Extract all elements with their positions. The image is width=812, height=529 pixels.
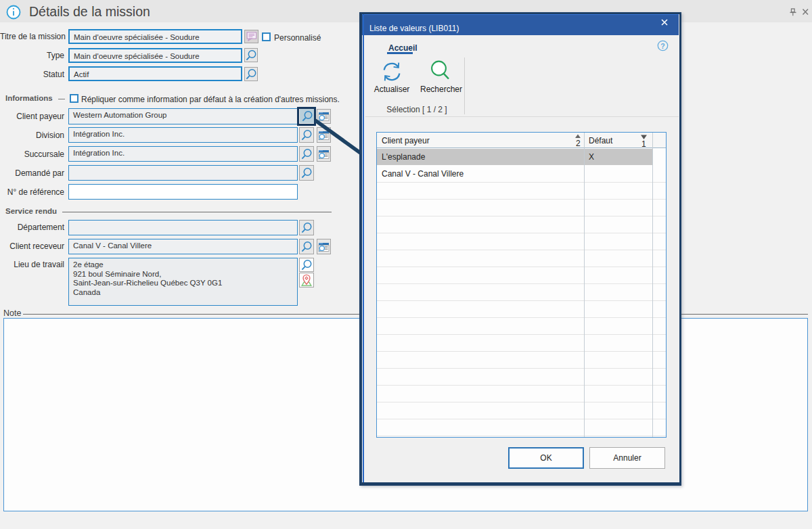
svg-text:?: ? bbox=[660, 42, 664, 50]
